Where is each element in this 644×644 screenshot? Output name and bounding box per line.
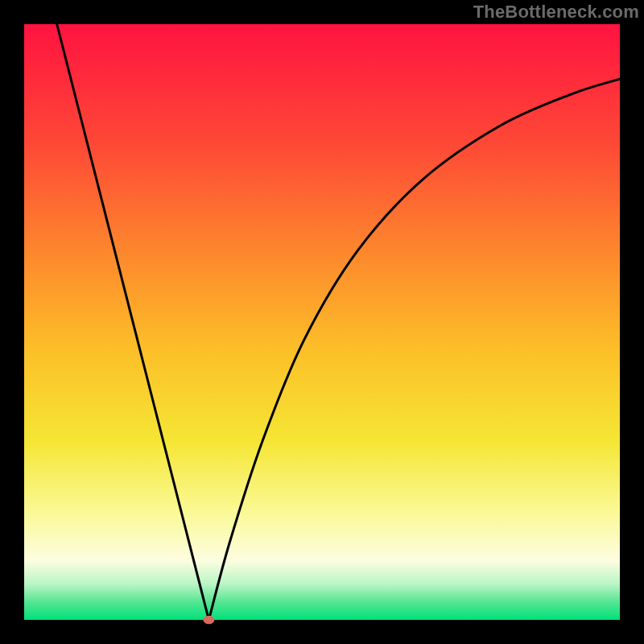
watermark-text: TheBottleneck.com (473, 2, 639, 23)
chart-svg (0, 0, 644, 644)
gradient-background (24, 24, 620, 620)
optimal-point-marker (203, 616, 214, 625)
bottleneck-chart: TheBottleneck.com (0, 0, 644, 644)
